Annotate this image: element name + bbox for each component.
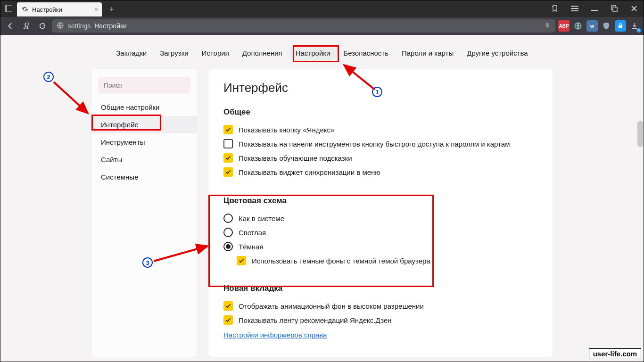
informers-link[interactable]: Настройки информеров справа <box>223 327 327 343</box>
topnav-0[interactable]: Закладки <box>109 45 153 61</box>
annotation-arrow-2 <box>51 79 93 117</box>
newtab-label-1: Показывать ленту рекомендаций Яндекс.Дзе… <box>239 316 392 324</box>
checkbox-on[interactable] <box>223 125 233 134</box>
sidebar-item-4[interactable]: Системные <box>91 168 197 186</box>
general-label-0: Показывать кнопку «Яндекс» <box>239 126 334 134</box>
svg-rect-5 <box>591 10 598 11</box>
topnav-6[interactable]: Пароли и карты <box>395 45 460 61</box>
general-row-2: Показывать обучающие подсказки <box>223 151 537 165</box>
titlebar: Настройки × + <box>0 0 644 17</box>
newtab-label-0: Отображать анимационный фон в высоком ра… <box>239 302 424 310</box>
topnav-7[interactable]: Другие устройства <box>460 45 534 61</box>
protect-icon[interactable] <box>601 20 612 32</box>
annotation-arrow-3 <box>151 240 212 264</box>
search-input[interactable] <box>98 77 190 94</box>
checkbox-on[interactable] <box>223 301 233 311</box>
section-general-title: Общее <box>223 107 537 117</box>
svg-rect-3 <box>571 8 578 9</box>
vk-icon[interactable]: w <box>586 20 598 32</box>
site-info-icon[interactable] <box>57 22 64 31</box>
back-icon[interactable] <box>4 19 17 33</box>
checkbox-on[interactable] <box>223 153 233 163</box>
general-row-0: Показывать кнопку «Яндекс» <box>223 123 537 137</box>
reload-icon[interactable] <box>36 19 49 33</box>
new-tab-button[interactable]: + <box>105 2 119 16</box>
downloads-badge: 4 <box>636 28 641 33</box>
newtab-row-1: Показывать ленту рекомендаций Яндекс.Дзе… <box>223 313 537 327</box>
yandex-home-icon[interactable]: Я <box>20 19 33 33</box>
password-manager-icon[interactable]: off <box>615 20 626 32</box>
settings-sidebar: Общие настройкиИнтерфейсИнструментыСайты… <box>91 69 197 357</box>
gear-icon <box>22 6 28 14</box>
address-bar[interactable]: settings Настройки <box>52 19 555 33</box>
general-label-2: Показывать обучающие подсказки <box>239 154 352 162</box>
checkbox-on[interactable] <box>223 167 233 177</box>
annotation-box-1 <box>293 45 339 62</box>
extensions: ABP w off 4 <box>558 20 640 32</box>
address-prefix: settings <box>68 22 91 30</box>
side-panel-toggle-icon[interactable] <box>0 0 17 17</box>
adblock-icon[interactable]: ABP <box>558 20 570 32</box>
annotation-box-3 <box>208 195 434 287</box>
address-text: Настройки <box>94 22 127 30</box>
newtab-row-0: Отображать анимационный фон в высоком ра… <box>223 299 537 313</box>
svg-line-12 <box>344 65 375 90</box>
topnav-5[interactable]: Безопасность <box>337 45 395 61</box>
svg-rect-2 <box>571 6 578 7</box>
watermark: user-life.com <box>589 348 641 359</box>
sidebar-item-0[interactable]: Общие настройки <box>91 99 197 116</box>
sidebar-item-3[interactable]: Сайты <box>91 151 197 168</box>
general-row-1: Показывать на панели инструментов кнопку… <box>223 137 537 151</box>
general-label-3: Показывать виджет синхронизации в меню <box>239 168 380 176</box>
checkbox-on[interactable] <box>223 315 233 325</box>
collections-icon[interactable] <box>545 0 565 17</box>
navbar: Я settings Настройки ABP w off 4 <box>0 17 644 35</box>
browser-tab[interactable]: Настройки × <box>17 2 102 16</box>
svg-rect-1 <box>5 5 7 12</box>
checkbox-off[interactable] <box>223 139 233 148</box>
topnav-3[interactable]: Дополнения <box>236 45 289 61</box>
annotation-arrow-1 <box>339 61 377 94</box>
svg-rect-11 <box>632 28 637 29</box>
topnav-1[interactable]: Загрузки <box>153 45 195 61</box>
svg-rect-4 <box>571 10 578 11</box>
svg-rect-7 <box>613 7 617 11</box>
annotation-box-2 <box>91 115 161 131</box>
svg-line-14 <box>154 246 207 261</box>
menu-icon[interactable] <box>565 0 585 17</box>
globe-extension-icon[interactable] <box>572 20 584 32</box>
sidebar-item-2[interactable]: Инструменты <box>91 133 197 151</box>
minimize-icon[interactable] <box>585 0 604 17</box>
bookmark-icon[interactable] <box>544 22 551 31</box>
svg-line-13 <box>54 82 88 113</box>
close-window-icon[interactable] <box>624 0 644 17</box>
scrollbar-thumb[interactable] <box>637 121 643 147</box>
tab-title: Настройки <box>32 6 62 13</box>
close-icon[interactable]: × <box>94 6 98 13</box>
maximize-icon[interactable] <box>604 0 624 17</box>
downloads-icon[interactable]: 4 <box>629 20 640 32</box>
topnav-2[interactable]: История <box>195 45 236 61</box>
general-row-3: Показывать виджет синхронизации в меню <box>223 165 537 179</box>
general-label-1: Показывать на панели инструментов кнопку… <box>239 140 510 148</box>
